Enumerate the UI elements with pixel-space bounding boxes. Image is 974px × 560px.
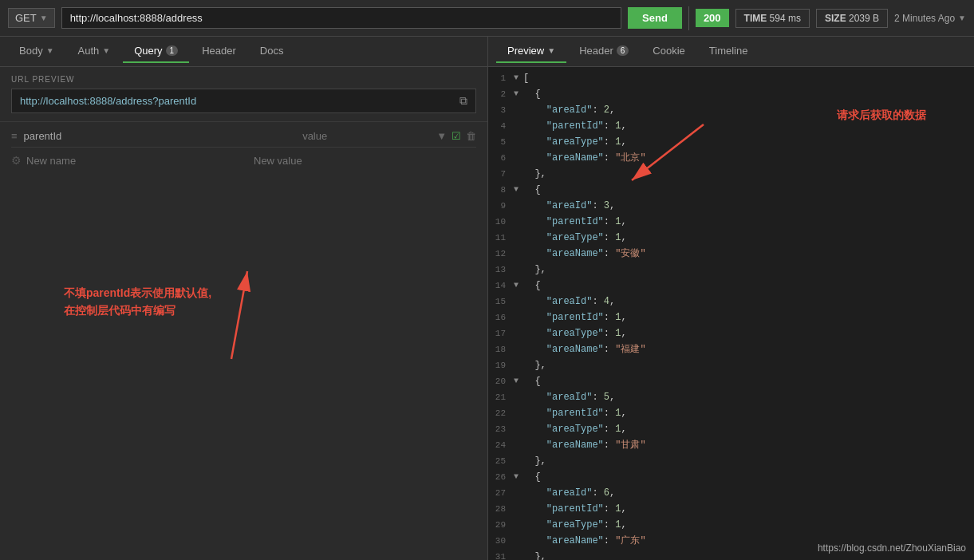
collapse-button[interactable]: ▼ [514, 278, 523, 293]
json-line: 13 }, [488, 262, 974, 278]
line-number: 7 [488, 167, 514, 181]
gear-icon[interactable]: ⚙ [11, 154, 22, 167]
check-icon[interactable]: ☑ [452, 130, 461, 142]
param-value-input[interactable] [302, 130, 430, 142]
json-content: }, [523, 262, 546, 277]
json-line: 29 "areaType": 1, [488, 517, 974, 533]
line-number: 27 [488, 486, 514, 500]
line-number: 17 [488, 326, 514, 341]
json-line: 5 "areaType": 1, [488, 134, 974, 150]
json-line: 3 "areaId": 2, [488, 102, 974, 118]
line-number: 16 [488, 310, 514, 325]
json-content: [ [523, 71, 529, 85]
params-header: ≡ parentId ▼ ☑ 🗑 [11, 122, 476, 148]
line-number: 2 [488, 87, 514, 101]
watermark: https://blog.csdn.net/ZhouXianBiao [818, 542, 966, 554]
collapse-button[interactable]: ▼ [514, 374, 523, 388]
tab-response-header[interactable]: Header 6 [568, 40, 640, 63]
json-line: 16 "parentId": 1, [488, 310, 974, 325]
dropdown-icon[interactable]: ▼ [436, 130, 447, 142]
json-line: 28 "parentId": 1, [488, 501, 974, 517]
json-content: "areaType": 1, [523, 326, 627, 341]
json-line: 20▼ { [488, 373, 974, 389]
collapse-button[interactable]: ▼ [514, 183, 523, 197]
json-line: 23 "areaType": 1, [488, 421, 974, 437]
tab-timeline[interactable]: Timeline [698, 40, 759, 63]
url-preview-box: http://localhost:8888/address?parentId ⧉ [11, 89, 476, 113]
new-name-input[interactable] [26, 155, 249, 167]
json-content: "parentId": 1, [523, 215, 627, 229]
line-number: 22 [488, 406, 514, 420]
json-content: { [523, 278, 541, 293]
json-content: "areaName": "福建" [523, 342, 646, 357]
line-number: 9 [488, 199, 514, 213]
method-select[interactable]: GET ▼ [8, 8, 55, 28]
left-panel: Body ▼ Auth ▼ Query 1 Header Docs URL PR… [0, 37, 488, 560]
line-number: 24 [488, 438, 514, 452]
left-tab-bar: Body ▼ Auth ▼ Query 1 Header Docs [0, 37, 487, 67]
timestamp: 2 Minutes Ago ▼ [894, 13, 966, 24]
new-param-row: ⚙ [11, 148, 476, 173]
json-content: }, [523, 358, 546, 373]
line-number: 1 [488, 71, 514, 85]
line-number: 14 [488, 278, 514, 293]
json-line: 2▼ { [488, 86, 974, 102]
delete-icon[interactable]: 🗑 [466, 130, 476, 142]
send-button[interactable]: Send [628, 7, 682, 29]
collapse-button[interactable]: ▼ [514, 87, 523, 101]
json-content: "areaType": 1, [523, 518, 627, 532]
json-line: 1▼[ [488, 70, 974, 86]
url-preview-label: URL PREVIEW [11, 75, 476, 84]
status-badge: 200 [696, 9, 729, 27]
json-line: 22 "parentId": 1, [488, 405, 974, 421]
json-line: 18 "areaName": "福建" [488, 341, 974, 357]
line-number: 5 [488, 135, 514, 149]
json-line: 25 }, [488, 453, 974, 469]
json-content: "parentId": 1, [523, 119, 627, 133]
line-number: 4 [488, 119, 514, 133]
json-content: }, [523, 550, 546, 560]
line-number: 20 [488, 374, 514, 388]
json-line: 12 "areaName": "安徽" [488, 246, 974, 262]
json-line: 19 }, [488, 357, 974, 373]
line-number: 18 [488, 342, 514, 357]
json-content: "areaName": "甘肃" [523, 438, 646, 452]
json-content: }, [523, 167, 546, 181]
top-bar: GET ▼ Send 200 TIME 594 ms SIZE 2039 B 2… [0, 0, 974, 37]
tab-preview[interactable]: Preview ▼ [496, 40, 566, 63]
tab-header[interactable]: Header [191, 40, 247, 63]
tab-query[interactable]: Query 1 [123, 40, 189, 63]
new-value-input[interactable] [254, 155, 476, 167]
collapse-button[interactable]: ▼ [514, 470, 523, 484]
right-tab-bar: Preview ▼ Header 6 Cookie Timeline [488, 37, 974, 67]
json-content: "areaType": 1, [523, 231, 627, 245]
json-content: "areaId": 5, [523, 390, 615, 404]
json-line: 26▼ { [488, 469, 974, 485]
json-content: "areaId": 6, [523, 486, 615, 500]
url-preview-text: http://localhost:8888/address?parentId [20, 95, 453, 107]
json-line: 14▼ { [488, 278, 974, 294]
collapse-button[interactable]: ▼ [514, 71, 523, 85]
json-line: 6 "areaName": "北京" [488, 150, 974, 166]
url-input[interactable] [61, 7, 621, 29]
json-viewer[interactable]: 1▼[2▼ {3 "areaId": 2,4 "parentId": 1,5 "… [488, 67, 974, 560]
json-line: 24 "areaName": "甘肃" [488, 437, 974, 453]
line-number: 6 [488, 151, 514, 165]
divider [688, 6, 689, 30]
copy-icon[interactable]: ⧉ [459, 94, 467, 108]
line-number: 3 [488, 103, 514, 117]
line-number: 13 [488, 262, 514, 277]
line-number: 15 [488, 294, 514, 309]
tab-body[interactable]: Body ▼ [8, 40, 65, 63]
tab-docs[interactable]: Docs [249, 40, 295, 63]
tab-cookie[interactable]: Cookie [641, 40, 696, 63]
json-line: 10 "parentId": 1, [488, 214, 974, 230]
line-number: 29 [488, 518, 514, 532]
tab-auth[interactable]: Auth ▼ [67, 40, 122, 63]
line-number: 8 [488, 183, 514, 197]
line-number: 10 [488, 215, 514, 229]
line-number: 12 [488, 246, 514, 261]
json-content: { [523, 183, 541, 197]
json-content: "parentId": 1, [523, 502, 627, 516]
json-line: 15 "areaId": 4, [488, 294, 974, 310]
